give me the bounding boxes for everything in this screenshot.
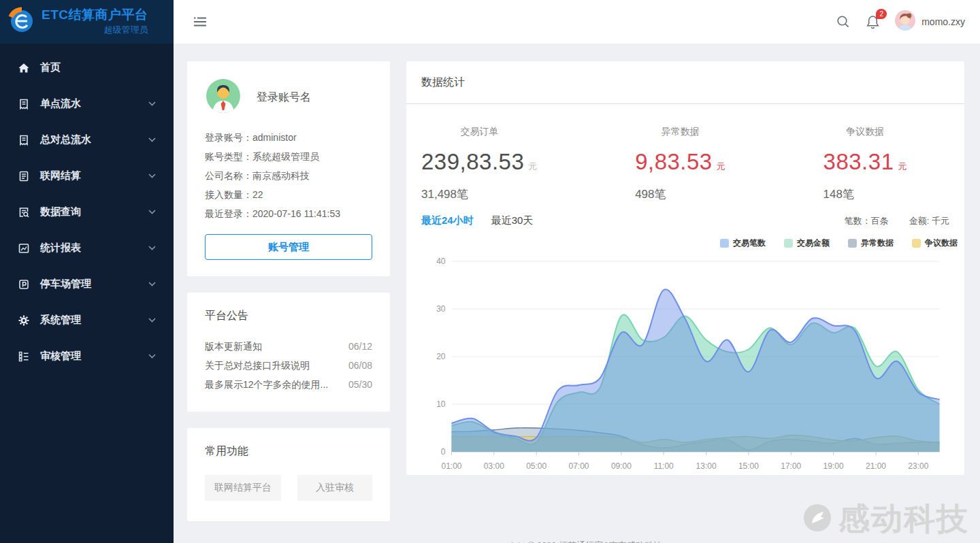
profile-row-label: 账号类型：	[205, 147, 252, 166]
sidebar-item-label: 统计报表	[40, 242, 81, 254]
ledger-icon	[18, 170, 31, 182]
network-settlement-platform-button[interactable]: 联网结算平台	[205, 475, 281, 501]
receipt-icon	[18, 134, 31, 146]
svg-text:21:00: 21:00	[866, 461, 886, 471]
svg-text:40: 40	[436, 257, 446, 266]
sidebar-item-total-flow[interactable]: 总对总流水	[0, 122, 174, 158]
stat-transaction-orders: 交易订单 239,83.53元 31,498笔	[421, 126, 538, 202]
app-logo-icon	[8, 7, 35, 37]
svg-text:03:00: 03:00	[484, 461, 504, 471]
panel-title: 数据统计	[406, 61, 964, 104]
sidebar-item-network-settlement[interactable]: 联网结算	[0, 158, 174, 194]
area-chart: 01020304001:0003:0005:0007:0009:0011:001…	[406, 250, 964, 475]
sidebar: ETC结算商户平台 超级管理员 首页 单点流水 总对总流水	[0, 0, 174, 543]
legend-label: 交易金额	[797, 237, 830, 249]
svg-text:05:00: 05:00	[526, 461, 546, 471]
sidebar-item-label: 联网结算	[40, 169, 81, 182]
sidebar-item-parking-management[interactable]: 停车场管理	[0, 266, 174, 302]
svg-text:15:00: 15:00	[738, 461, 759, 471]
announcement-text: 版本更新通知	[205, 337, 262, 356]
profile-row-value: 南京感动科技	[252, 166, 310, 185]
sidebar-collapse-icon[interactable]	[193, 16, 208, 28]
svg-text:13:00: 13:00	[696, 461, 717, 471]
entry-audit-button[interactable]: 入驻审核	[297, 475, 372, 501]
legend-swatch	[784, 239, 793, 248]
announcement-text: 最多展示12个字多余的使用...	[205, 375, 328, 394]
sidebar-item-audit-management[interactable]: 审核管理	[0, 338, 174, 374]
legend-transaction-count[interactable]: 交易笔数	[720, 237, 766, 249]
stat-dispute-data: 争议数据 383.31元 148笔	[823, 126, 907, 202]
tab-last-24-hours[interactable]: 最近24小时	[421, 214, 474, 227]
sidebar-nav: 首页 单点流水 总对总流水 联网结算	[0, 44, 174, 374]
chevron-down-icon	[148, 174, 156, 178]
search-icon[interactable]	[836, 14, 851, 29]
stat-unit: 元	[717, 161, 726, 171]
parking-icon	[18, 278, 31, 291]
svg-text:23:00: 23:00	[908, 461, 928, 471]
stat-count: 498笔	[635, 186, 725, 202]
units-amount-note: 金额: 千元	[909, 215, 949, 227]
sidebar-item-label: 系统管理	[40, 314, 81, 327]
profile-row-label: 公司名称：	[205, 166, 252, 185]
profile-row-label: 登录账号：	[205, 128, 252, 147]
legend-label: 异常数据	[861, 237, 894, 249]
announcement-item[interactable]: 关于总对总接口升级说明06/08	[205, 356, 372, 375]
avatar	[895, 10, 915, 33]
profile-title: 登录账号名	[257, 90, 311, 105]
user-menu[interactable]: momo.zxy	[895, 10, 965, 33]
sidebar-item-statistics-report[interactable]: 统计报表	[0, 230, 174, 266]
sidebar-item-label: 停车场管理	[40, 278, 91, 291]
sidebar-item-single-point-flow[interactable]: 单点流水	[0, 86, 174, 122]
profile-card: 登录账号名 登录账号：administor 账号类型：系统超级管理员 公司名称：…	[187, 61, 390, 276]
account-management-button[interactable]: 账号管理	[205, 234, 372, 260]
report-icon	[18, 242, 31, 254]
sidebar-item-label: 总对总流水	[40, 133, 91, 146]
profile-row-label: 最近登录：	[205, 204, 252, 223]
stat-unit: 元	[528, 161, 538, 171]
notifications-bell-icon[interactable]: 2	[865, 14, 881, 30]
svg-text:30: 30	[436, 304, 446, 314]
svg-text:17:00: 17:00	[781, 461, 801, 471]
sidebar-item-system-management[interactable]: 系统管理	[0, 302, 174, 338]
quick-actions-card: 常用功能 联网结算平台 入驻审核	[187, 428, 390, 521]
stat-label: 交易订单	[421, 126, 538, 138]
main-content: 登录账号名 登录账号：administor 账号类型：系统超级管理员 公司名称：…	[174, 44, 980, 543]
legend-swatch	[912, 239, 921, 248]
legend-dispute-data[interactable]: 争议数据	[912, 237, 958, 249]
legend-label: 争议数据	[925, 237, 958, 249]
announcement-item[interactable]: 最多展示12个字多余的使用...05/30	[205, 375, 372, 394]
sidebar-item-label: 数据查询	[40, 205, 81, 218]
announcement-date: 06/12	[348, 337, 372, 356]
announcement-item[interactable]: 版本更新通知06/12	[205, 337, 372, 356]
notification-count-badge: 2	[876, 9, 887, 19]
chevron-down-icon	[148, 246, 156, 250]
profile-row-value: 系统超级管理员	[252, 147, 319, 166]
sidebar-item-home[interactable]: 首页	[0, 50, 174, 86]
profile-row-value: administor	[252, 128, 297, 147]
profile-avatar	[206, 79, 240, 116]
svg-text:07:00: 07:00	[569, 461, 589, 471]
svg-text:10: 10	[436, 399, 446, 409]
stat-abnormal-data: 异常数据 9,83.53元 498笔	[635, 126, 725, 202]
legend-abnormal-data[interactable]: 异常数据	[848, 237, 894, 249]
stat-unit: 元	[898, 161, 907, 171]
tab-last-30-days[interactable]: 最近30天	[491, 214, 534, 227]
sidebar-item-data-query[interactable]: 数据查询	[0, 194, 174, 230]
legend-label: 交易笔数	[733, 237, 766, 249]
logo-band: ETC结算商户平台 超级管理员	[0, 0, 174, 44]
announcement-date: 05/30	[348, 375, 372, 394]
legend-transaction-amount[interactable]: 交易金额	[784, 237, 830, 249]
announcement-text: 关于总对总接口升级说明	[205, 356, 310, 375]
chart-range-tabs: 最近24小时 最近30天 笔数：百条 金额: 千元	[406, 205, 964, 227]
announcement-date: 06/08	[348, 356, 372, 375]
stat-label: 争议数据	[823, 126, 907, 138]
sidebar-item-label: 单点流水	[40, 97, 81, 110]
app-title: ETC结算商户平台	[42, 7, 148, 22]
stats-row: 交易订单 239,83.53元 31,498笔 异常数据 9,83.53元 49…	[406, 104, 964, 205]
profile-row-value: 22	[252, 185, 263, 204]
stat-amount: 383.31	[823, 149, 894, 174]
legend-swatch	[848, 239, 857, 248]
topbar: 2 momo.zxy	[174, 0, 980, 44]
chevron-down-icon	[148, 282, 156, 286]
svg-text:19:00: 19:00	[823, 461, 844, 471]
